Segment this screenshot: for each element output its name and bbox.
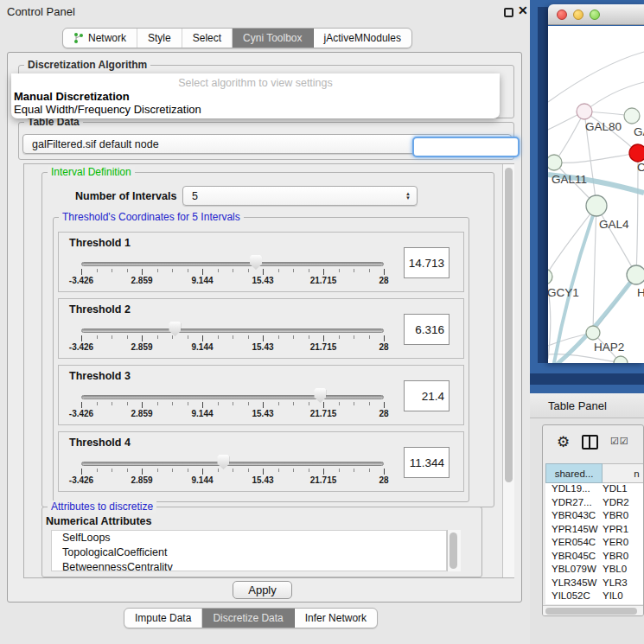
threshold-value-field[interactable] [404,314,450,345]
tab-network[interactable]: Network [63,29,137,48]
algorithm-combobox[interactable] [412,137,520,157]
threshold-value-field[interactable] [404,447,450,478]
slider-track[interactable] [81,395,384,399]
close-button-icon[interactable] [557,10,567,20]
list-item[interactable]: SelfLoops [52,531,446,545]
algorithm-option[interactable]: Manual Discretization [14,90,130,103]
panel-scrollbar[interactable] [502,164,514,577]
tab-style[interactable]: Style [137,29,182,48]
network-node-gal4[interactable] [586,195,607,216]
tab-select[interactable]: Select [182,29,233,48]
slider-thumb[interactable] [169,322,181,336]
column-header[interactable]: shared... [545,463,603,483]
tick-label: 21.715 [310,276,337,285]
network-node-h[interactable] [627,265,644,284]
table-row[interactable]: YPR145WYPR1 [545,524,644,538]
minor-tick [278,469,279,472]
number-of-intervals-label: Number of Intervals [75,190,176,202]
numerical-attributes-list[interactable]: SelfLoopsTopologicalCoefficientBetweenne… [51,530,447,571]
cell-name: YBR0 [600,510,644,524]
table-row[interactable]: YBL079WYBL0 [545,564,644,577]
node-label: GCY1 [548,286,579,299]
minimize-button-icon[interactable] [573,10,583,20]
tab-label: Discretize Data [213,612,283,624]
column-selector-icon[interactable] [582,435,598,450]
network-edge[interactable] [596,206,636,275]
network-node-hap2[interactable] [586,326,600,340]
dropdown-hint: Select algorithm to view settings [11,77,500,89]
network-edge[interactable] [593,206,596,333]
table-row[interactable]: YBR045CYBR0 [545,551,644,564]
network-edge[interactable] [584,82,644,112]
tick-label: 9.144 [191,342,213,352]
minor-tick [309,402,309,405]
list-item[interactable]: TopologicalCoefficient [52,545,446,560]
major-tick [81,269,82,275]
major-tick [323,469,324,475]
minor-tick [369,269,370,272]
minor-tick [127,402,128,405]
network-edge[interactable] [554,153,638,163]
minor-tick [188,469,188,472]
network-edge[interactable] [548,52,644,102]
minor-tick [369,335,370,339]
number-of-intervals-combobox[interactable]: 5 ▲▼ [182,186,418,206]
table-row[interactable]: YLR345WYLR3 [545,577,644,591]
network-window-titlebar[interactable] [548,4,644,25]
minor-tick [369,402,370,405]
major-tick [81,335,82,341]
cell-name: YBR0 [600,551,644,564]
network-canvas[interactable]: GAL80GACGAL11GAL4GCY1HHAP2 [548,26,644,363]
settings-gear-icon[interactable]: ⚙ [557,433,570,451]
list-scrollbar[interactable] [447,530,461,571]
threshold-value-field[interactable] [404,247,450,278]
slider-track[interactable] [81,328,384,333]
minor-tick [172,335,173,339]
apply-button[interactable]: Apply [233,581,292,599]
cell-name: YER0 [600,537,644,551]
table-row[interactable]: YBR043CYBR0 [545,510,644,524]
column-header[interactable]: n [603,463,644,483]
tab-label: Impute Data [135,612,191,624]
tab-discretize-data[interactable]: Discretize Data [202,609,294,628]
minor-tick [127,269,128,272]
major-tick [202,335,203,341]
algorithm-option[interactable]: Equal Width/Frequency Discretization [14,103,201,116]
table-row[interactable]: YDR27...YDR2 [545,497,644,511]
tab-impute-data[interactable]: Impute Data [124,609,202,628]
slider-track[interactable] [81,262,384,266]
network-node-c[interactable] [629,144,644,162]
threshold-value-field[interactable] [404,380,450,411]
slider-thumb[interactable] [217,455,229,469]
float-window-icon[interactable] [504,8,513,17]
network-edge[interactable] [548,206,596,277]
network-node-gal80[interactable] [577,104,592,119]
cyni-toolbox-panel: Discretization Algorithm Table Data galF… [7,52,522,603]
screenshot-root: Control Panel ✕ NetworkStyleSelectCyni T… [0,0,644,644]
table-row[interactable]: YDL19...YDL1 [545,483,644,497]
tab-infer-network[interactable]: Infer Network [295,609,377,628]
major-tick [263,335,264,341]
tick-label: -3.426 [69,409,93,418]
network-node-gal11[interactable] [548,155,562,170]
cell-shared-name: YDL19... [545,483,600,497]
network-node-ga[interactable] [624,108,640,124]
zoom-button-icon[interactable] [590,10,600,20]
slider-thumb[interactable] [250,255,262,270]
close-icon[interactable]: ✕ [518,3,528,17]
slider-track[interactable] [81,462,384,466]
tab-cyni-toolbox[interactable]: Cyni Toolbox [233,29,313,48]
node-label: GA [634,125,644,138]
checkbox-icons[interactable]: ☑☑ [610,436,629,447]
slider-thumb[interactable] [314,388,326,403]
network-node-gcy1[interactable] [548,269,552,284]
table-row[interactable]: YER054CYER0 [545,537,644,551]
major-tick [202,269,203,275]
list-item[interactable]: BetweennessCentrality [52,560,446,571]
desktop-background: GAL80GACGAL11GAL4GCY1HHAP2 [530,0,644,393]
tick-label: 21.715 [310,409,337,418]
table-row[interactable]: YIL052CYIL0 [545,590,644,604]
tick-label: 15.43 [252,342,273,352]
tab-jactivemnodules[interactable]: jActiveMNodules [314,29,411,48]
table-horizontal-scrollbar[interactable] [543,605,643,616]
